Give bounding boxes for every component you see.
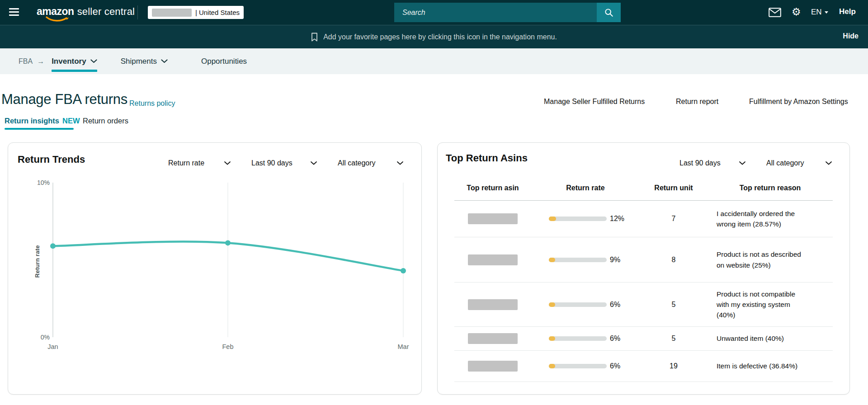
marketplace-label: | United States [195,9,240,16]
return-rate-value: 6% [610,334,620,343]
search-input[interactable] [394,3,597,22]
messages-button[interactable] [769,8,781,19]
banner-hide-button[interactable]: Hide [843,32,859,40]
caret-down-icon [825,11,828,14]
nav-item-inventory[interactable]: Inventory [52,48,97,74]
chevron-down-icon [739,161,745,165]
hamburger-menu-icon[interactable] [9,8,19,17]
top-return-reason: Product is not as described on website (… [708,249,802,270]
returns-policy-link[interactable]: Returns policy [129,99,175,108]
column-header-rate: Return rate [531,183,640,192]
active-tab-underline [5,128,74,130]
return-trends-title: Return Trends [18,154,85,165]
asin-thumbnail-redacted [468,213,518,224]
return-rate-bar-fill [549,302,555,307]
return-rate-value: 9% [610,256,620,264]
manage-seller-fulfilled-returns-link[interactable]: Manage Seller Fulfilled Returns [544,98,645,106]
category-dropdown[interactable]: All category [766,159,832,167]
return-unit-value: 7 [640,215,708,223]
return-rate-bar [549,258,607,262]
return-rate-bar-fill [549,336,555,341]
chevron-down-icon [311,161,317,165]
return-rate-bar [549,336,607,341]
chevron-down-icon [90,59,97,63]
page-title: Manage FBA returns [1,91,127,108]
return-rate-bar-fill [549,258,555,262]
table-row: 6% 5 Unwanted item (40%) [454,327,833,351]
mail-icon [769,8,781,17]
asin-thumbnail-redacted [468,333,518,344]
new-badge: NEW [62,117,80,125]
banner-message: Add your favorite pages here by clicking… [323,33,557,41]
seller-central-text: seller central [77,6,135,18]
topbar-divider [137,5,138,19]
tab-return-insights[interactable]: Return insightsNEW [5,117,80,125]
chevron-down-icon [826,161,832,165]
asin-thumbnail-redacted [468,361,518,372]
return-rate-bar-fill [549,364,555,368]
return-unit-value: 19 [640,362,708,370]
nav-item-opportunities[interactable]: Opportunities [201,48,247,74]
return-unit-value: 8 [640,256,708,264]
active-nav-underline [52,70,97,72]
top-return-reason: Unwanted item (40%) [708,333,802,344]
x-axis-tick-mar: Mar [390,343,417,350]
nav-item-shipments[interactable]: Shipments [121,48,168,74]
return-rate-value: 6% [610,362,620,370]
return-unit-value: 5 [640,301,708,309]
x-axis-tick-jan: Jan [39,343,66,350]
top-return-asins-table: Top return asin Return rate Return unit … [454,183,833,382]
search-button[interactable] [597,3,621,22]
top-return-asins-card: Top Return Asins Last 90 days All catego… [437,142,850,395]
help-link[interactable]: Help [839,7,856,16]
date-range-dropdown[interactable]: Last 90 days [679,159,745,167]
return-rate-value: 6% [610,301,620,309]
top-return-reason: Item is defective (36.84%) [708,361,802,371]
gear-icon: ⚙ [792,6,801,18]
return-report-link[interactable]: Return report [676,98,718,106]
return-rate-line-chart [8,177,422,358]
return-unit-value: 5 [640,334,708,343]
table-row: 6% 19 Item is defective (36.84%) [454,351,833,382]
x-axis-tick-feb: Feb [214,343,241,350]
table-row: 6% 5 Product is not compatible with my e… [454,283,833,327]
asin-thumbnail-redacted [468,299,518,310]
breadcrumb-root[interactable]: FBA [19,57,33,66]
account-switcher[interactable]: | United States [148,6,244,19]
column-header-reason: Top return reason [708,183,833,192]
chevron-down-icon [397,161,403,165]
fba-navigation: FBA → Inventory Shipments Opportunities [0,48,868,74]
top-return-asins-title: Top Return Asins [446,152,528,164]
favorites-banner: Add your favorite pages here by clicking… [0,25,868,48]
return-rate-bar [549,364,607,368]
return-rate-value: 12% [610,215,624,223]
chevron-down-icon [161,59,168,63]
asin-thumbnail-redacted [468,254,518,265]
language-selector[interactable]: EN [811,8,828,17]
fba-settings-link[interactable]: Fulfillment by Amazon Settings [749,98,848,106]
amazon-smile-icon [46,16,69,22]
metric-dropdown[interactable]: Return rate [168,159,231,167]
breadcrumb-arrow-icon: → [37,57,44,66]
date-range-dropdown[interactable]: Last 90 days [251,159,317,167]
tab-return-orders[interactable]: Return orders [83,117,128,125]
column-header-unit: Return unit [640,183,708,192]
chevron-down-icon [224,161,231,165]
seller-central-logo[interactable]: amazon seller central [37,5,135,18]
category-dropdown[interactable]: All category [338,159,403,167]
top-return-reason: I accidentally ordered the wrong item (2… [708,208,802,230]
return-rate-bar [549,217,607,221]
settings-button[interactable]: ⚙ [792,5,801,19]
return-rate-bar [549,302,607,307]
table-header-row: Top return asin Return rate Return unit … [454,183,833,201]
table-row: 9% 8 Product is not as described on webs… [454,237,833,283]
top-bar: amazon seller central | United States ⚙ [0,0,868,25]
bookmark-icon [311,33,318,42]
table-row: 12% 7 I accidentally ordered the wrong i… [454,201,833,237]
amazon-logo-text: amazon [37,5,74,18]
top-return-reason: Product is not compatible with my existi… [708,289,802,320]
language-label: EN [811,8,822,17]
column-header-asin: Top return asin [454,183,531,192]
return-trends-card: Return Trends Return rate Last 90 days A… [8,142,422,395]
account-name-redacted [152,9,192,17]
